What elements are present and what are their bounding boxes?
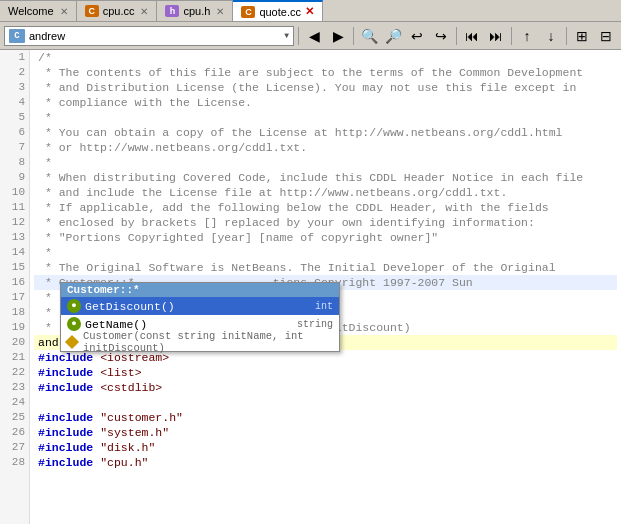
toolbar-forward-button[interactable]: ▶ [327,25,349,47]
tab-welcome-label: Welcome [8,5,54,17]
toolbar: C andrew ▼ ◀ ▶ 🔍 🔎 ↩ ↪ ⏮ ⏭ ↑ ↓ ⊞ ⊟ [0,22,621,50]
line-num-11: 11 [4,200,25,215]
line-num-13: 13 [4,230,25,245]
line-numbers: 1234567891011121314151617181920212223242… [0,50,30,524]
tab-bar: Welcome ✕ C cpu.cc ✕ h cpu.h ✕ C quote.c… [0,0,621,22]
tab-cpu-cc-icon: C [85,5,99,17]
code-line-8: * [34,155,617,170]
toolbar-btn-nav1[interactable]: ⏮ [461,25,483,47]
toolbar-separator-5 [566,27,567,45]
code-line-27: #include "disk.h" [34,440,617,455]
line-num-28: 28 [4,455,25,470]
autocomplete-icon-0: ● [67,299,81,313]
toolbar-separator-3 [456,27,457,45]
editor: 1234567891011121314151617181920212223242… [0,50,621,524]
autocomplete-name-1: GetName() [85,318,297,331]
line-num-17: 17 [4,290,25,305]
line-num-16: 16 [4,275,25,290]
code-line-28: #include "cpu.h" [34,455,617,470]
tab-cpu-h-label: cpu.h [183,5,210,17]
code-line-10: * and include the License file at http:/… [34,185,617,200]
code-line-12: * enclosed by brackets [] replaced by yo… [34,215,617,230]
line-num-21: 21 [4,350,25,365]
autocomplete-type-0: int [315,301,333,312]
toolbar-btn-nav2[interactable]: ⏭ [485,25,507,47]
autocomplete-item-0[interactable]: ● GetDiscount() int [61,297,339,315]
toolbar-btn-up[interactable]: ↑ [516,25,538,47]
line-num-24: 24 [4,395,25,410]
tab-quote-cc-icon: C [241,6,255,18]
tab-quote-cc-label: quote.cc [259,6,301,18]
toolbar-btn-b1[interactable]: ⊞ [571,25,593,47]
toolbar-back-button[interactable]: ◀ [303,25,325,47]
line-num-19: 19 [4,320,25,335]
line-num-25: 25 [4,410,25,425]
autocomplete-item-2[interactable]: Customer(const string initName, int init… [61,333,339,351]
toolbar-btn-b2[interactable]: ⊟ [595,25,617,47]
code-line-15: * The Original Software is NetBeans. The… [34,260,617,275]
code-line-11: * If applicable, add the following below… [34,200,617,215]
line-num-23: 23 [4,380,25,395]
code-line-25: #include "customer.h" [34,410,617,425]
tab-cpu-cc-label: cpu.cc [103,5,135,17]
line-num-27: 27 [4,440,25,455]
tab-quote-cc-modified: ✕ [305,5,314,18]
code-line-9: * When distributing Covered Code, includ… [34,170,617,185]
tab-cpu-h[interactable]: h cpu.h ✕ [157,0,233,21]
toolbar-btn-down[interactable]: ↓ [540,25,562,47]
line-num-9: 9 [4,170,25,185]
line-num-3: 3 [4,80,25,95]
member-select-text: andrew [29,30,284,42]
member-select-icon: C [9,29,25,43]
code-line-1: /* [34,50,617,65]
autocomplete-header: Customer::* [61,283,339,297]
toolbar-btn-search2[interactable]: 🔎 [382,25,404,47]
autocomplete-icon-1: ● [67,317,81,331]
code-line-26: #include "system.h" [34,425,617,440]
toolbar-separator-4 [511,27,512,45]
tab-welcome-close[interactable]: ✕ [60,6,68,17]
line-num-26: 26 [4,425,25,440]
code-line-5: * [34,110,617,125]
code-line-23: #include <cstdlib> [34,380,617,395]
code-line-7: * or http://www.netbeans.org/cddl.txt. [34,140,617,155]
toolbar-btn-r2[interactable]: ↪ [430,25,452,47]
toolbar-btn-search[interactable]: 🔍 [358,25,380,47]
tab-welcome[interactable]: Welcome ✕ [0,0,77,21]
code-line-22: #include <list> [34,365,617,380]
line-num-7: 7 [4,140,25,155]
tab-cpu-h-close[interactable]: ✕ [216,6,224,17]
code-line-2: * The contents of this file are subject … [34,65,617,80]
toolbar-btn-r1[interactable]: ↩ [406,25,428,47]
autocomplete-name-2: Customer(const string initName, int init… [83,330,333,354]
member-select[interactable]: C andrew ▼ [4,26,294,46]
line-num-10: 10 [4,185,25,200]
line-num-6: 6 [4,125,25,140]
line-num-5: 5 [4,110,25,125]
autocomplete-name-0: GetDiscount() [85,300,315,313]
code-line-14: * [34,245,617,260]
tab-cpu-cc-close[interactable]: ✕ [140,6,148,17]
line-num-12: 12 [4,215,25,230]
line-num-2: 2 [4,65,25,80]
line-num-15: 15 [4,260,25,275]
line-num-1: 1 [4,50,25,65]
code-line-4: * compliance with the License. [34,95,617,110]
code-line-13: * "Portions Copyrighted [year] [name of … [34,230,617,245]
member-select-arrow-icon[interactable]: ▼ [284,31,289,40]
autocomplete-type-1: string [297,319,333,330]
line-num-18: 18 [4,305,25,320]
tab-quote-cc[interactable]: C quote.cc ✕ [233,0,323,21]
line-num-4: 4 [4,95,25,110]
toolbar-separator-1 [298,27,299,45]
line-num-22: 22 [4,365,25,380]
toolbar-separator-2 [353,27,354,45]
code-line-24 [34,395,617,410]
line-num-20: 20 [4,335,25,350]
code-line-6: * You can obtain a copy of the License a… [34,125,617,140]
autocomplete-dropdown[interactable]: Customer::* ● GetDiscount() int ● GetNam… [60,282,340,352]
line-num-8: 8 [4,155,25,170]
tab-cpu-cc[interactable]: C cpu.cc ✕ [77,0,158,21]
tab-cpu-h-icon: h [165,5,179,17]
code-line-3: * and Distribution License (the License)… [34,80,617,95]
